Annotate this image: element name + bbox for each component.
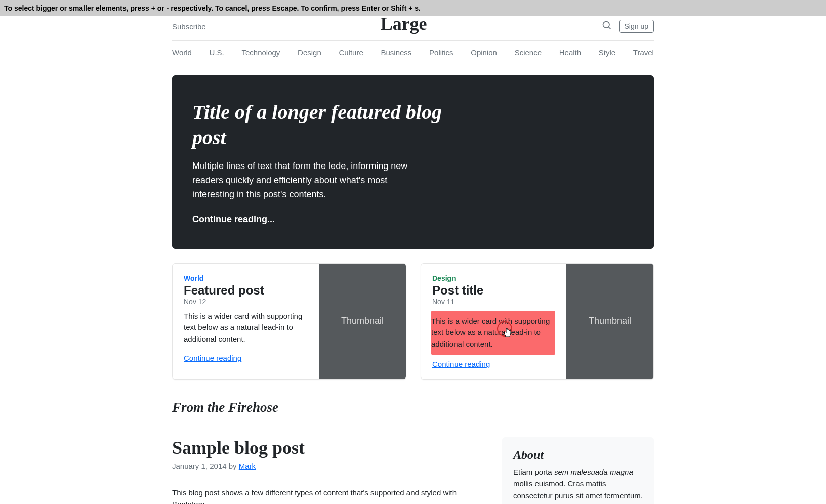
svg-line-1 — [608, 27, 610, 29]
nav-travel[interactable]: Travel — [633, 46, 654, 59]
card-date: Nov 11 — [432, 298, 555, 306]
top-bar: Subscribe Large Sign up — [172, 16, 654, 40]
card-text-selected[interactable]: This is a wider card with supporting tex… — [431, 311, 555, 355]
nav-health[interactable]: Health — [559, 46, 581, 59]
lower-section: Sample blog post January 1, 2014 by Mark… — [172, 437, 654, 504]
card-title: Post title — [432, 283, 555, 298]
card-design: Design Post title Nov 11 This is a wider… — [421, 263, 654, 380]
hint-text: To select bigger or smaller elements, pr… — [4, 4, 421, 12]
nav-politics[interactable]: Politics — [429, 46, 453, 59]
about-heading: About — [513, 448, 643, 462]
post-title: Sample blog post — [172, 437, 488, 458]
post-body: This blog post shows a few different typ… — [172, 487, 488, 504]
thumbnail-placeholder: Thumbnail — [566, 264, 653, 380]
nav-culture[interactable]: Culture — [339, 46, 363, 59]
card-continue-link[interactable]: Continue reading — [184, 354, 241, 362]
subscribe-link[interactable]: Subscribe — [172, 22, 206, 31]
post-meta: January 1, 2014 by Mark — [172, 461, 488, 470]
about-box: About Etiam porta sem malesuada magna mo… — [502, 437, 654, 504]
nav-style[interactable]: Style — [599, 46, 615, 59]
nav-design[interactable]: Design — [298, 46, 321, 59]
jumbo-continue-link[interactable]: Continue reading... — [192, 214, 275, 225]
search-icon[interactable] — [602, 20, 612, 32]
nav-us[interactable]: U.S. — [210, 46, 224, 59]
cards-row: World Featured post Nov 12 This is a wid… — [172, 263, 654, 380]
card-category: World — [184, 274, 203, 282]
card-title: Featured post — [184, 283, 308, 298]
category-nav: World U.S. Technology Design Culture Bus… — [172, 40, 654, 64]
firehose-heading: From the Firehose — [172, 400, 654, 423]
nav-world[interactable]: World — [172, 46, 192, 59]
thumbnail-placeholder: Thumbnail — [319, 264, 406, 380]
post-by: by — [227, 461, 239, 470]
nav-business[interactable]: Business — [381, 46, 411, 59]
post-author-link[interactable]: Mark — [239, 461, 256, 470]
featured-jumbotron: Title of a longer featured blog post Mul… — [172, 75, 654, 249]
card-date: Nov 12 — [184, 298, 308, 306]
nav-opinion[interactable]: Opinion — [471, 46, 497, 59]
svg-point-0 — [603, 22, 609, 28]
card-continue-link[interactable]: Continue reading — [432, 360, 490, 368]
post-date: January 1, 2014 — [172, 461, 227, 470]
signup-button[interactable]: Sign up — [619, 20, 654, 33]
nav-science[interactable]: Science — [515, 46, 542, 59]
jumbo-title: Title of a longer featured blog post — [192, 100, 456, 150]
jumbo-lede: Multiple lines of text that form the led… — [192, 159, 415, 202]
card-category: Design — [432, 274, 456, 282]
site-brand: Large — [206, 13, 602, 34]
nav-technology[interactable]: Technology — [241, 46, 280, 59]
card-text: This is a wider card with supporting tex… — [184, 311, 308, 345]
about-text: Etiam porta sem malesuada magna mollis e… — [513, 466, 643, 504]
card-world: World Featured post Nov 12 This is a wid… — [172, 263, 406, 380]
